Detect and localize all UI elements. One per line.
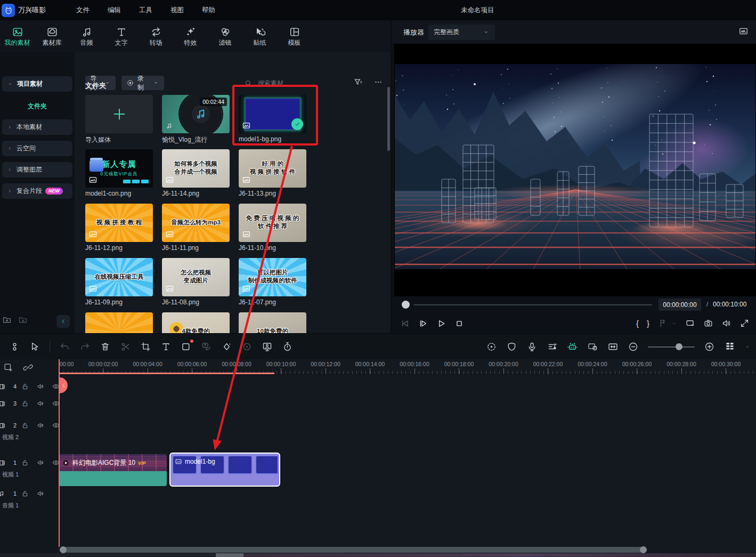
lock-track-icon[interactable]	[21, 399, 29, 408]
media-item-导入媒体[interactable]: 导入媒体	[85, 95, 153, 144]
fullscreen-button[interactable]	[739, 318, 750, 328]
media-item-J6-11-11.png[interactable]: 音频怎么转为mp3J6-11-11.png	[162, 204, 230, 253]
preview-viewport[interactable]	[394, 44, 756, 296]
media-item-J6-11-10.png[interactable]: 免 费 压 缩 视 频 的软 件 推 荐J6-11-10.png	[239, 204, 306, 253]
delete-button[interactable]	[100, 341, 111, 352]
zoom-in-button[interactable]	[704, 341, 715, 352]
new-folder-icon[interactable]	[2, 315, 12, 325]
speed-timer-button[interactable]	[282, 341, 293, 352]
media-item-J6-11-14.png[interactable]: 如何将多个视频合并成一个视频J6-11-14.png	[162, 149, 230, 198]
mirror-display-button[interactable]	[685, 318, 695, 328]
mark-in-button[interactable]: {	[636, 319, 639, 328]
redo-button[interactable]	[79, 341, 91, 352]
search-input[interactable]	[257, 79, 365, 87]
render-preview-button[interactable]	[486, 341, 497, 352]
media-item[interactable]: 10款免费的	[239, 312, 306, 333]
tab-effects[interactable]: 特效	[173, 26, 208, 46]
lock-track-icon[interactable]	[21, 382, 29, 391]
media-item-J6-11-08.png[interactable]: 怎么把视频变成图片J6-11-08.png	[162, 258, 230, 307]
more-options-icon[interactable]	[373, 77, 383, 87]
add-track-icon[interactable]	[3, 362, 13, 373]
record-button[interactable]: 录制	[121, 76, 164, 90]
menu-帮助[interactable]: 帮助	[197, 4, 221, 16]
volume-button[interactable]	[721, 318, 731, 328]
tab-stickers[interactable]: 贴纸	[242, 26, 277, 46]
track-manager-button[interactable]	[724, 341, 735, 352]
voiceover-mic-button[interactable]	[526, 341, 538, 352]
media-item[interactable]	[85, 312, 153, 333]
timeline-clip-scifi-background[interactable]: 科幻电影AIGC背景 10 VIP	[59, 454, 167, 486]
filter-icon[interactable]	[353, 77, 363, 87]
mark-flag-button[interactable]	[506, 341, 517, 352]
marker-button[interactable]	[657, 318, 668, 328]
lock-track-icon[interactable]	[21, 458, 29, 467]
seek-handle[interactable]	[402, 301, 410, 309]
text-tool-button[interactable]	[160, 341, 172, 352]
performance-monitor-icon[interactable]	[738, 26, 749, 36]
mask-button[interactable]	[181, 341, 192, 352]
ai-portrait-button[interactable]	[262, 341, 273, 352]
caret-down-icon[interactable]	[671, 320, 677, 327]
app-logo-icon[interactable]	[2, 4, 15, 17]
sidebar-item-云空间[interactable]: 云空间	[2, 141, 72, 156]
timeline-clip-model1-bg[interactable]: model1-bg	[169, 453, 280, 487]
sidebar-item-调整图层[interactable]: 调整图层	[2, 162, 72, 177]
sidebar-item-project-media[interactable]: 项目素材	[2, 76, 72, 92]
text-to-speech-button[interactable]	[201, 341, 212, 352]
sidebar-item-复合片段[interactable]: 复合片段NEW	[2, 183, 72, 199]
crop-button[interactable]	[140, 341, 151, 352]
play-button[interactable]	[436, 318, 446, 329]
tab-filters[interactable]: 滤镜	[208, 26, 242, 46]
media-item-J6-11-07.png[interactable]: 可以把图片制作成视频的软件J6-11-07.png	[239, 258, 306, 307]
split-button[interactable]	[120, 341, 131, 352]
mark-out-button[interactable]: }	[647, 319, 649, 328]
media-item[interactable]: 4款免费的	[162, 312, 230, 333]
lock-track-icon[interactable]	[21, 421, 29, 430]
fit-timeline-button[interactable]	[607, 341, 619, 352]
tab-library[interactable]: 素材库	[35, 26, 69, 46]
undo-button[interactable]	[59, 341, 70, 352]
collapse-sidebar-button[interactable]	[56, 315, 70, 328]
previous-frame-button[interactable]	[400, 318, 410, 329]
quality-dropdown[interactable]: 完整画质	[428, 25, 495, 40]
stop-button[interactable]	[454, 318, 465, 329]
tab-transition[interactable]: 转场	[139, 26, 173, 46]
delete-folder-icon[interactable]	[18, 315, 28, 325]
select-tool-button[interactable]	[29, 341, 40, 352]
timeline-zoom-slider[interactable]	[648, 346, 695, 348]
keyframe-button[interactable]	[221, 341, 232, 352]
audio-mixer-button[interactable]	[547, 341, 558, 352]
motion-track-button[interactable]	[241, 341, 253, 352]
menu-编辑[interactable]: 编辑	[102, 4, 126, 16]
snap-button[interactable]	[9, 341, 20, 352]
next-frame-button[interactable]	[418, 318, 428, 329]
caret-down-icon[interactable]	[744, 344, 751, 350]
playhead-handle[interactable]	[60, 377, 68, 393]
ai-assistant-button[interactable]	[567, 341, 578, 352]
seek-bar[interactable]	[413, 304, 652, 305]
zoom-out-button[interactable]	[628, 341, 639, 352]
scrollbar-left-handle[interactable]	[60, 546, 67, 553]
zoom-slider-handle[interactable]	[676, 343, 682, 350]
preview-quality-button[interactable]	[587, 341, 598, 352]
media-item-J6-11-09.png[interactable]: 在线视频压缩工具J6-11-09.png	[85, 258, 153, 307]
media-item-model1-con.png[interactable]: 新人专属0元领取VIP会员model1-con.png	[85, 149, 153, 198]
mute-track-icon[interactable]	[36, 399, 45, 408]
media-scrollbar[interactable]	[387, 87, 390, 151]
link-clips-icon[interactable]	[23, 362, 33, 373]
sidebar-item-本地素材[interactable]: 本地素材	[2, 119, 72, 135]
sidebar-item-folder[interactable]: 文件夹	[0, 102, 75, 111]
timeline-horizontal-scrollbar[interactable]	[60, 547, 646, 553]
tab-text[interactable]: 文字	[104, 26, 139, 46]
tab-audio[interactable]: 音频	[69, 26, 104, 46]
snapshot-button[interactable]	[703, 318, 713, 328]
media-item-愉悦_Vlog_流行[interactable]: 00:02:44愉悦_Vlog_流行	[162, 95, 230, 144]
mute-track-icon[interactable]	[36, 458, 45, 467]
lock-track-icon[interactable]	[21, 489, 29, 498]
media-item-J6-11-13.png[interactable]: 好 用 的视 频 拼 接 软 件J6-11-13.png	[239, 149, 306, 198]
tab-templates[interactable]: 模板	[277, 26, 312, 46]
media-item-J6-11-12.png[interactable]: 视 频 拼 接 教 程J6-11-12.png	[85, 204, 153, 253]
mute-track-icon[interactable]	[36, 382, 45, 391]
tab-my-media[interactable]: 我的素材	[0, 26, 35, 46]
scrollbar-right-handle[interactable]	[640, 546, 647, 553]
